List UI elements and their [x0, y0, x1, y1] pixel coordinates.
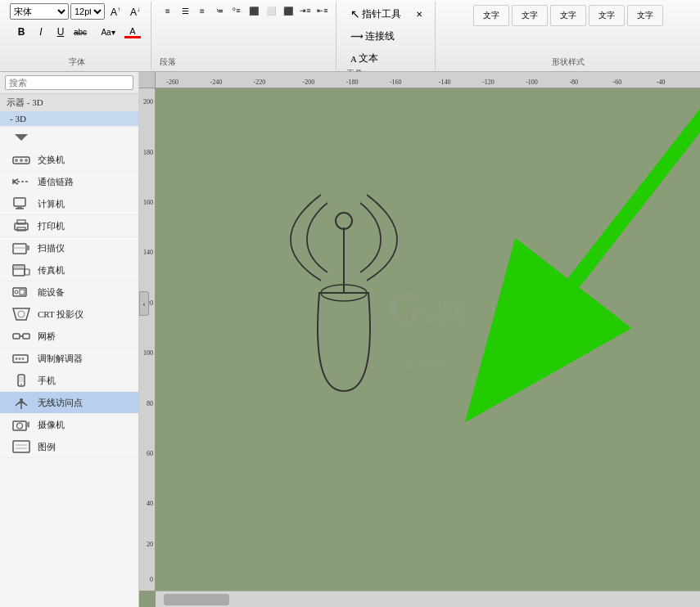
svg-rect-18 — [13, 265, 25, 269]
connector-tool-label: 连接线 — [365, 29, 395, 43]
indent-btn[interactable]: ⇥≡ — [297, 3, 314, 18]
camera-label: 摄像机 — [38, 419, 65, 431]
phone-label: 手机 — [38, 375, 56, 387]
svg-point-24 — [18, 311, 25, 317]
align-mid-btn[interactable]: ⬜ — [263, 3, 279, 18]
sidebar-item-computer[interactable]: 计算机 — [0, 193, 138, 215]
font-size-select[interactable]: 12pt — [70, 3, 105, 20]
sidebar-item-switch[interactable]: 交换机 — [0, 149, 138, 171]
bold-btn[interactable]: B — [12, 24, 30, 40]
active-item-label: - 3D — [10, 114, 26, 124]
scrollbar-horizontal[interactable] — [156, 591, 700, 607]
svg-point-4 — [25, 159, 28, 162]
svg-rect-8 — [14, 198, 25, 206]
device-icon — [10, 284, 33, 300]
section-label-text: 示器 - 3D — [7, 97, 43, 107]
tools-group: ↖ 指针工具 ✕ ⟿ 连接线 A 文本 工具 — [340, 2, 436, 70]
bullet-list-btn[interactable]: ≔ — [211, 3, 228, 18]
scanner-icon — [10, 240, 33, 256]
decrease-font-btn[interactable]: A↓ — [126, 3, 144, 20]
sidebar-item-scanner[interactable]: 扫描仪 — [0, 237, 138, 259]
sidebar-item-crt[interactable]: CRT 投影仪 — [0, 304, 138, 326]
svg-point-30 — [19, 357, 21, 360]
text-tool[interactable]: A 文本 — [346, 49, 382, 68]
svg-point-2 — [15, 159, 18, 162]
switch-label: 交换机 — [38, 154, 65, 166]
sidebar-item-fax[interactable]: 传真机 — [0, 259, 138, 281]
num-list-btn[interactable]: ⁰≡ — [228, 3, 245, 18]
shape-style-label: 形状样式 — [552, 56, 585, 68]
align-left-btn[interactable]: ≡ — [160, 3, 176, 18]
svg-point-29 — [16, 357, 18, 360]
link-icon — [10, 173, 33, 190]
wifi-label: 无线访问点 — [38, 397, 83, 409]
legend-icon — [10, 438, 33, 455]
svg-rect-16 — [26, 245, 29, 250]
svg-marker-23 — [13, 308, 29, 320]
search-input[interactable] — [5, 75, 133, 90]
modem-icon — [10, 350, 33, 366]
underline-btn[interactable]: U — [52, 24, 70, 40]
svg-point-21 — [15, 290, 18, 294]
link-label: 通信链路 — [38, 176, 74, 188]
sidebar-item-legend[interactable]: 图例 — [0, 436, 138, 458]
fax-icon — [10, 262, 33, 278]
outdent-btn[interactable]: ⇤≡ — [314, 3, 331, 18]
list-item[interactable] — [0, 127, 138, 149]
svg-rect-33 — [19, 376, 24, 382]
align-top-btn[interactable]: ⬛ — [280, 3, 296, 18]
toolbar: 宋体 12pt A↑ A↓ B I U abc Aa▾ A 字体 ≡ ☰ — [0, 0, 700, 72]
sidebar-item-camera[interactable]: 摄像机 — [0, 414, 138, 436]
sidebar: 示器 - 3D - 3D 交换机 — [0, 72, 139, 607]
drawing-canvas[interactable]: Gx/网 m.com — [156, 88, 700, 591]
font-family-select[interactable]: 宋体 — [10, 3, 69, 20]
svg-rect-19 — [25, 269, 29, 275]
align-bottom-btn[interactable]: ⬛ — [246, 3, 262, 18]
sidebar-item-link[interactable]: 通信链路 — [0, 171, 138, 193]
align-center-btn[interactable]: ☰ — [177, 3, 193, 18]
phone-icon — [10, 372, 33, 389]
shape-style-btn-2[interactable]: 文字 — [512, 5, 548, 26]
shape-style-btn-5[interactable]: 文字 — [627, 5, 663, 26]
sidebar-item-modem[interactable]: 调制解调器 — [0, 348, 138, 370]
antenna-drawing — [254, 113, 434, 407]
sidebar-item-printer[interactable]: 打印机 — [0, 215, 138, 237]
printer-icon — [10, 218, 33, 234]
close-tool-btn[interactable]: ✕ — [410, 7, 428, 23]
svg-rect-14 — [13, 244, 26, 254]
strikethrough-btn[interactable]: abc — [71, 24, 89, 40]
switch-icon — [10, 151, 33, 168]
align-right-btn[interactable]: ≡ — [194, 3, 210, 18]
shape-style-btn-3[interactable]: 文字 — [550, 5, 586, 26]
pointer-tool-label: 指针工具 — [362, 7, 401, 21]
sidebar-item-device[interactable]: 能设备 — [0, 281, 138, 304]
shape-style-group: 文字 文字 文字 文字 文字 形状样式 — [439, 2, 697, 70]
font-group-label: 字体 — [69, 56, 85, 68]
sidebar-active-item[interactable]: - 3D — [0, 111, 138, 127]
collapse-sidebar-btn[interactable]: ‹ — [139, 291, 149, 316]
connector-tool[interactable]: ⟿ 连接线 — [346, 27, 399, 46]
sidebar-item-phone[interactable]: 手机 — [0, 370, 138, 392]
svg-rect-22 — [20, 290, 25, 295]
text-tool-icon: A — [350, 54, 357, 64]
font-color-btn[interactable]: A — [124, 24, 142, 40]
italic-btn[interactable]: I — [32, 24, 50, 40]
sidebar-item-bridge[interactable]: 网桥 — [0, 326, 138, 348]
font-case-btn[interactable]: Aa▾ — [99, 24, 117, 40]
computer-icon — [10, 196, 33, 212]
bridge-icon — [10, 328, 33, 344]
fax-label: 传真机 — [38, 264, 65, 277]
sidebar-item-wifi[interactable]: 无线访问点 — [0, 392, 138, 414]
camera-icon — [10, 416, 33, 433]
ruler-top: -260 -240 -220 -200 -180 -160 -140 -120 … — [156, 72, 700, 88]
increase-font-btn[interactable]: A↑ — [106, 3, 124, 20]
crt-label: CRT 投影仪 — [38, 308, 84, 321]
pointer-tool[interactable]: ↖ 指针工具 — [346, 5, 405, 24]
connector-icon: ⟿ — [350, 31, 364, 42]
svg-marker-0 — [15, 134, 28, 141]
svg-rect-40 — [13, 441, 29, 452]
svg-rect-25 — [13, 334, 20, 339]
shape-style-btn-4[interactable]: 文字 — [589, 5, 625, 26]
scrollbar-thumb-h[interactable] — [164, 594, 229, 605]
shape-style-btn-1[interactable]: 文字 — [473, 5, 509, 26]
